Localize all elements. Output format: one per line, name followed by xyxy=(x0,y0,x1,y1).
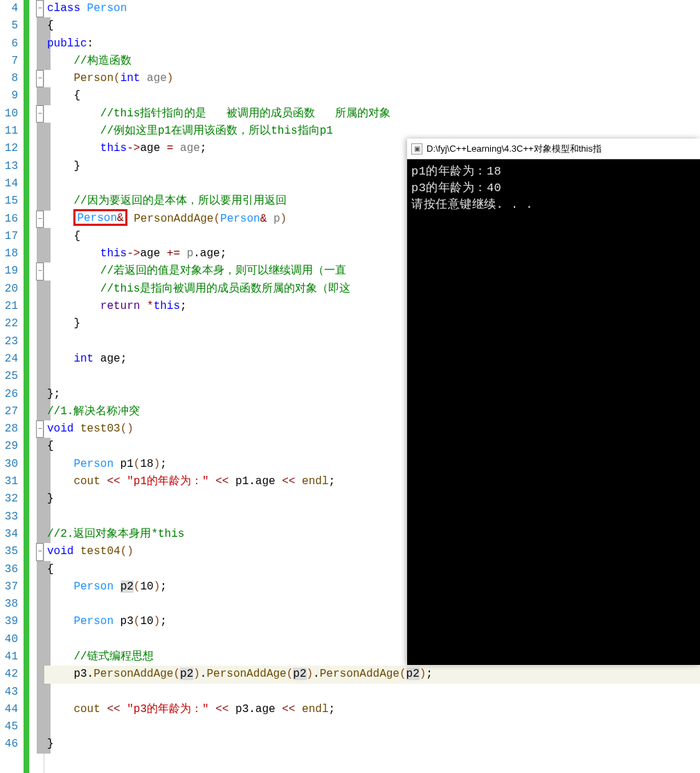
line-number: 33 xyxy=(0,508,18,526)
text-token: }; xyxy=(47,388,60,400)
fold-cell[interactable] xyxy=(30,473,44,490)
fold-cell[interactable] xyxy=(30,35,44,53)
text-token: ; xyxy=(328,475,335,488)
fold-toggle-icon[interactable]: − xyxy=(36,420,44,438)
code-line[interactable]: //例如这里p1在调用该函数，所以this指向p1 xyxy=(44,123,700,140)
fold-toggle-icon[interactable]: − xyxy=(36,0,44,17)
fold-toggle-icon[interactable]: − xyxy=(36,70,44,87)
console-line: p3的年龄为：40 xyxy=(411,180,696,197)
console-window[interactable]: ▣ D:\fyj\C++Learning\4.3C++对象模型和this指 p1… xyxy=(407,139,700,665)
kw-blue-token: this xyxy=(100,247,127,260)
fold-cell[interactable] xyxy=(30,333,44,350)
fold-cell[interactable] xyxy=(30,53,44,70)
fold-cell[interactable] xyxy=(30,613,44,630)
paren-token: ) xyxy=(280,213,287,225)
code-line[interactable]: cout << "p3的年龄为：" << p3.age << endl; xyxy=(44,701,700,718)
fold-cell[interactable]: − xyxy=(30,211,44,228)
fold-cell[interactable] xyxy=(30,718,44,736)
code-line[interactable]: { xyxy=(44,17,700,35)
fold-cell[interactable] xyxy=(30,736,44,753)
fold-cell[interactable] xyxy=(30,17,44,35)
fold-cell[interactable] xyxy=(30,508,44,526)
code-line[interactable]: //this指针指向的是 被调用的成员函数 所属的对象 xyxy=(44,105,700,123)
line-number: 24 xyxy=(0,350,18,368)
paren-token: ) xyxy=(167,72,174,85)
fold-cell[interactable] xyxy=(30,684,44,701)
fold-cell[interactable] xyxy=(30,158,44,175)
line-number: 21 xyxy=(0,298,18,315)
code-line[interactable] xyxy=(44,718,700,736)
fold-cell[interactable] xyxy=(30,123,44,140)
paren-token: () xyxy=(120,545,134,558)
fold-cell[interactable] xyxy=(30,526,44,543)
op-token: << xyxy=(282,703,295,716)
code-line[interactable]: } xyxy=(44,736,700,753)
fold-column[interactable]: −−−−−−− xyxy=(29,0,44,773)
code-line[interactable]: Person(int age) xyxy=(44,70,700,87)
fold-toggle-icon[interactable]: − xyxy=(36,105,44,123)
fold-cell[interactable] xyxy=(30,228,44,245)
text-token xyxy=(47,125,100,137)
fold-cell[interactable] xyxy=(30,648,44,666)
fold-cell[interactable] xyxy=(30,315,44,332)
fold-toggle-icon[interactable]: − xyxy=(36,263,44,280)
fold-cell[interactable]: − xyxy=(30,543,44,560)
func-token: test03 xyxy=(80,423,120,435)
fold-cell[interactable] xyxy=(30,456,44,473)
text-token xyxy=(47,703,73,716)
text-token xyxy=(140,300,147,312)
code-line[interactable]: public: xyxy=(44,35,700,53)
fold-cell[interactable] xyxy=(30,175,44,193)
fold-cell[interactable]: − xyxy=(30,420,44,438)
console-output[interactable]: p1的年龄为：18p3的年龄为：40请按任意键继续. . . xyxy=(407,159,700,217)
code-line[interactable]: p3.PersonAddAge(p2).PersonAddAge(p2).Per… xyxy=(44,666,700,683)
fold-cell[interactable] xyxy=(30,298,44,315)
code-line[interactable]: class Person xyxy=(44,0,700,17)
text-token: { xyxy=(47,230,80,242)
fold-cell[interactable] xyxy=(30,490,44,508)
console-titlebar[interactable]: ▣ D:\fyj\C++Learning\4.3C++对象模型和this指 xyxy=(407,139,700,159)
paren-token: ( xyxy=(114,72,120,85)
code-line[interactable] xyxy=(44,684,700,701)
kw-indigo-token: return xyxy=(100,300,141,312)
text-token xyxy=(140,72,147,85)
code-line[interactable]: { xyxy=(44,87,700,105)
kw-blue-token: class xyxy=(47,2,80,15)
fold-cell[interactable] xyxy=(30,281,44,298)
line-number: 46 xyxy=(0,736,18,753)
text-token: ; xyxy=(426,668,433,680)
fold-toggle-icon[interactable]: − xyxy=(36,543,44,560)
op-token: & xyxy=(260,213,267,225)
fold-cell[interactable] xyxy=(30,386,44,403)
fold-cell[interactable]: − xyxy=(30,263,44,280)
cmt-token: //this指针指向的是 被调用的成员函数 所属的对象 xyxy=(100,107,391,120)
fold-cell[interactable] xyxy=(30,140,44,157)
fold-cell[interactable] xyxy=(30,368,44,385)
fold-cell[interactable] xyxy=(30,193,44,210)
fold-cell[interactable] xyxy=(30,596,44,613)
func-token: Person xyxy=(73,72,114,85)
fold-cell[interactable] xyxy=(30,701,44,718)
fold-cell[interactable] xyxy=(30,350,44,368)
fold-cell[interactable]: − xyxy=(30,105,44,123)
code-line[interactable]: //构造函数 xyxy=(44,53,700,70)
line-number: 10 xyxy=(0,105,18,123)
fold-cell[interactable] xyxy=(30,87,44,105)
fold-cell[interactable] xyxy=(30,578,44,596)
type-token: Person xyxy=(73,580,114,593)
fold-cell[interactable] xyxy=(30,245,44,263)
line-number-column: 4567891011121314151617181920212223242526… xyxy=(0,0,22,754)
fold-cell[interactable] xyxy=(30,561,44,578)
fold-cell[interactable] xyxy=(30,438,44,455)
fold-cell[interactable] xyxy=(30,631,44,648)
fold-cell[interactable] xyxy=(30,403,44,420)
text-token xyxy=(173,142,180,154)
str-token: "p3的年龄为：" xyxy=(127,703,208,716)
fold-cell[interactable] xyxy=(30,666,44,683)
line-number: 40 xyxy=(0,631,18,648)
fold-cell[interactable]: − xyxy=(30,0,44,17)
text-token: } xyxy=(47,492,54,505)
fold-cell[interactable]: − xyxy=(30,70,44,87)
fold-toggle-icon[interactable]: − xyxy=(36,211,44,228)
cmt-token: //若返回的值是对象本身，则可以继续调用（一直 xyxy=(100,265,346,277)
